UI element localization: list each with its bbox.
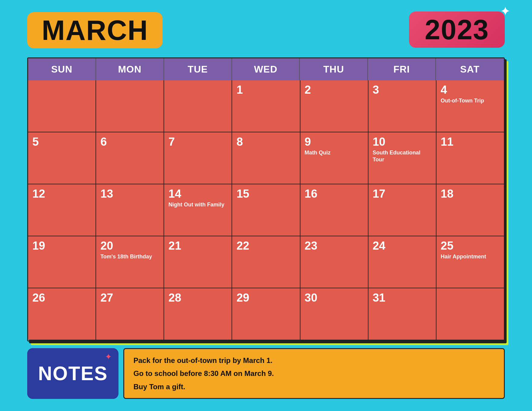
cell-event: Hair Appointment (441, 253, 500, 260)
calendar-cell: 6 (96, 132, 164, 184)
cell-day-number: 31 (373, 292, 432, 303)
calendar-cell: 17 (368, 184, 436, 236)
day-header-sat: SAT (436, 58, 504, 80)
cell-day-number: 26 (32, 292, 91, 303)
cell-day-number: 10 (373, 136, 432, 147)
cell-day-number: 7 (168, 136, 227, 147)
cell-day-number: 8 (236, 136, 295, 147)
cell-day-number: 14 (168, 188, 227, 199)
calendar-cell: 21 (164, 236, 232, 288)
cell-day-number: 21 (168, 240, 227, 251)
calendar-cell: 15 (232, 184, 300, 236)
calendar-cell: 23 (300, 236, 368, 288)
cell-day-number: 24 (373, 240, 432, 251)
calendar-cell: 12 (28, 184, 96, 236)
day-header-wed: WED (232, 58, 300, 80)
cell-day-number: 22 (236, 240, 295, 251)
cell-day-number: 11 (441, 136, 500, 147)
calendar-cell: 18 (436, 184, 504, 236)
calendar-cell: 11 (436, 132, 504, 184)
cell-event: Out-of-Town Trip (441, 97, 500, 104)
calendar-cell: 3 (368, 80, 436, 132)
calendar-cell (96, 80, 164, 132)
cell-day-number: 5 (32, 136, 91, 147)
calendar-cell (28, 80, 96, 132)
calendar-header: SUN MON TUE WED THU FRI SAT (28, 58, 504, 80)
cell-day-number: 6 (100, 136, 159, 147)
cell-day-number: 17 (373, 188, 432, 199)
cell-day-number: 19 (32, 240, 91, 251)
calendar-cell: 29 (232, 288, 300, 340)
day-header-mon: MON (96, 58, 164, 80)
cell-day-number: 18 (441, 188, 500, 199)
calendar-cell: 22 (232, 236, 300, 288)
cell-day-number: 28 (168, 292, 227, 303)
calendar-cell: 25Hair Appointment (436, 236, 504, 288)
calendar-cell: 9Math Quiz (300, 132, 368, 184)
calendar-cell: 13 (96, 184, 164, 236)
notes-line-3: Buy Tom a gift. (133, 382, 495, 392)
calendar-grid: 1234Out-of-Town Trip56789Math Quiz10Sout… (28, 80, 504, 340)
calendar-cell: 1 (232, 80, 300, 132)
notes-sparkle-icon: ✦ (105, 352, 112, 362)
calendar-cell: 8 (232, 132, 300, 184)
notes-label-text: NOTES (38, 362, 108, 385)
day-header-thu: THU (300, 58, 368, 80)
month-title: MARCH (27, 12, 163, 48)
cell-day-number: 4 (441, 84, 500, 95)
cell-day-number: 2 (305, 84, 364, 95)
calendar-cell: 28 (164, 288, 232, 340)
year-title: 2023 ✦ (409, 11, 505, 48)
cell-day-number: 27 (100, 292, 159, 303)
year-container: 2023 ✦ (409, 11, 505, 48)
calendar-cell: 24 (368, 236, 436, 288)
notes-label: NOTES ✦ (27, 348, 118, 399)
sparkle-icon: ✦ (501, 6, 510, 17)
cell-event: Tom's 18th Birthday (100, 253, 159, 260)
calendar-cell (164, 80, 232, 132)
calendar-cell (436, 288, 504, 340)
day-header-sun: SUN (28, 58, 96, 80)
cell-day-number: 3 (373, 84, 432, 95)
calendar-cell: 30 (300, 288, 368, 340)
calendar-cell: 26 (28, 288, 96, 340)
cell-day-number: 15 (236, 188, 295, 199)
cell-day-number: 20 (100, 240, 159, 251)
calendar-wrapper: SUN MON TUE WED THU FRI SAT 1234Out-of-T… (27, 57, 505, 341)
cell-day-number: 1 (236, 84, 295, 95)
calendar-cell: 7 (164, 132, 232, 184)
calendar-cell: 2 (300, 80, 368, 132)
cell-day-number: 9 (305, 136, 364, 147)
cell-day-number: 25 (441, 240, 500, 251)
calendar-cell: 5 (28, 132, 96, 184)
calendar-cell: 14Night Out with Family (164, 184, 232, 236)
cell-event: South Educational Tour (373, 149, 432, 163)
cell-event: Math Quiz (305, 149, 364, 156)
day-header-fri: FRI (368, 58, 436, 80)
cell-day-number: 29 (236, 292, 295, 303)
calendar-cell: 19 (28, 236, 96, 288)
calendar-cell: 10South Educational Tour (368, 132, 436, 184)
calendar-cell: 27 (96, 288, 164, 340)
calendar-cell: 16 (300, 184, 368, 236)
calendar-cell: 4Out-of-Town Trip (436, 80, 504, 132)
calendar-main: SUN MON TUE WED THU FRI SAT 1234Out-of-T… (27, 57, 505, 341)
notes-content: Pack for the out-of-town trip by March 1… (123, 348, 505, 399)
cell-day-number: 30 (305, 292, 364, 303)
calendar-cell: 20Tom's 18th Birthday (96, 236, 164, 288)
cell-day-number: 12 (32, 188, 91, 199)
notes-line-1: Pack for the out-of-town trip by March 1… (133, 355, 495, 366)
cell-day-number: 13 (100, 188, 159, 199)
notes-section: NOTES ✦ Pack for the out-of-town trip by… (27, 348, 505, 399)
notes-line-2: Go to school before 8:30 AM on March 9. (133, 368, 495, 379)
cell-event: Night Out with Family (168, 201, 227, 208)
cell-day-number: 16 (305, 188, 364, 199)
calendar-cell: 31 (368, 288, 436, 340)
cell-day-number: 23 (305, 240, 364, 251)
day-header-tue: TUE (164, 58, 232, 80)
